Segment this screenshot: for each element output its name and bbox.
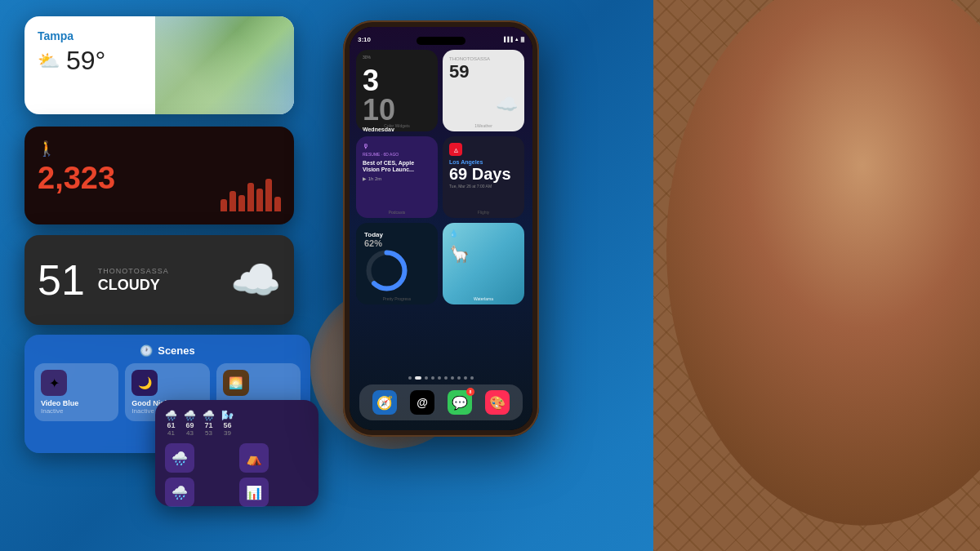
purple-btn-3[interactable]: 🌧️ (165, 478, 194, 507)
forecast-col-2: 🌧️ 69 43 (184, 410, 196, 437)
progress-app-label: Pretty Progress (356, 296, 438, 301)
forecast-hi-2: 69 (185, 421, 194, 429)
steps-bar-1 (220, 199, 227, 211)
tampa-temp-row: ⛅ 59° (38, 46, 142, 76)
purple-btn-2[interactable]: ⛺ (239, 443, 269, 473)
scenes-header-icon: 🕐 (140, 344, 153, 357)
cloudy-icon: ☁️ (230, 256, 281, 304)
steps-bar-4 (247, 183, 254, 211)
forecast-hi-3: 71 (204, 421, 212, 429)
podcasts-duration: ▶ 1h 2m (363, 176, 431, 181)
tampa-weather-icon: ⛅ (38, 51, 60, 72)
forecast-icon-3: 🌧️ (203, 410, 215, 421)
phone-widget-datetime[interactable]: 30% 3 10 Wednesday JANUARY 17 Color Widg… (356, 50, 438, 131)
battery-icon: ▓ (521, 37, 524, 42)
forecast-col-3: 🌧️ 71 53 (203, 410, 215, 437)
dot-2 (415, 376, 421, 380)
forecast-col-1: 🌧️ 61 41 (165, 410, 177, 437)
dot-7 (451, 376, 454, 380)
datetime-app-label: Color Widgets (356, 123, 438, 128)
steps-bar-3 (238, 195, 245, 211)
phone-notch (416, 37, 466, 45)
dot-1 (408, 376, 412, 380)
messages-icon: 💬 (452, 395, 468, 411)
flighty-app-label: Flighty (443, 210, 524, 215)
forecast-hi-4: 56 (223, 421, 231, 429)
weather-temp: 59 (449, 61, 518, 82)
forecast-temps-row: 🌧️ 61 41 🌧️ 69 43 🌧️ 71 53 🌬️ 56 39 (165, 410, 309, 437)
dot-4 (431, 376, 434, 380)
progress-pct: 62% (364, 238, 382, 248)
purple-icon-4: 📊 (246, 485, 262, 500)
phone-time: 3:10 (358, 36, 371, 43)
signal-icon: ▐▐▐ (502, 37, 513, 42)
steps-bar-5 (256, 189, 263, 211)
waterlama-llama: 🦙 (449, 244, 518, 264)
dock-palette[interactable]: 🎨 (485, 390, 510, 415)
flighty-city: Los Angeles (449, 159, 518, 165)
progress-title: Today (364, 231, 383, 238)
scene-good-morning-icon-bg: 🌅 (223, 370, 249, 396)
phone-widget-progress[interactable]: Today 62% Pretty Progress (356, 223, 438, 304)
scene-good-night-icon: 🌙 (138, 376, 152, 389)
purple-btn-1[interactable]: 🌧️ (165, 443, 194, 473)
phone-widget-row-3: Today 62% Pretty Progress 💧 🦙 Waterlama (356, 223, 526, 304)
purple-icon-grid: 🌧️ ⛺ 🌧️ 📊 (165, 443, 309, 507)
purple-icon-3: 🌧️ (172, 485, 188, 500)
podcasts-icon: 🎙 (363, 143, 431, 150)
datetime-battery: 30% (363, 55, 371, 60)
podcasts-badge: RESUME · 6D AGO (363, 152, 431, 157)
weather-cloud-icon: ☁️ (496, 94, 518, 115)
messages-badge: 8 (466, 388, 474, 396)
phone: 3:10 ▐▐▐ ▲ ▓ 30% 3 10 Wednesday JANUARY … (343, 20, 539, 437)
phone-widget-waterlama[interactable]: 💧 🦙 Waterlama (443, 223, 524, 304)
dock-threads[interactable]: @ (410, 390, 434, 415)
dot-3 (425, 376, 428, 380)
progress-circle (364, 248, 409, 293)
card-tampa-weather: Tampa ⛅ 59° (24, 16, 294, 114)
datetime-day: 3 (363, 66, 431, 96)
purple-btn-4[interactable]: 📊 (239, 478, 269, 507)
forecast-col-4: 🌬️ 56 39 (221, 410, 234, 437)
scene-video-blue-icon-bg: ✦ (41, 370, 67, 396)
forecast-icon-4: 🌬️ (221, 410, 234, 421)
card-purple-weather: 🌧️ 61 41 🌧️ 69 43 🌧️ 71 53 🌬️ 56 39 🌧️ ⛺… (155, 400, 318, 506)
forecast-lo-3: 53 (205, 429, 212, 437)
scene-video-blue-status: Inactive (41, 407, 64, 415)
phone-widget-podcasts[interactable]: 🎙 RESUME · 6D AGO Best of CES, Apple Vis… (356, 136, 438, 218)
tampa-temp: 59° (66, 46, 105, 76)
wifi-icon: ▲ (514, 37, 519, 42)
scene-good-night-icon-bg: 🌙 (131, 370, 158, 396)
forecast-lo-4: 39 (224, 429, 231, 437)
phone-widget-row-2: 🎙 RESUME · 6D AGO Best of CES, Apple Vis… (356, 136, 526, 218)
tampa-info: Tampa ⛅ 59° (24, 16, 155, 114)
phone-widgets-area: 30% 3 10 Wednesday JANUARY 17 Color Widg… (356, 50, 526, 309)
tampa-map (155, 16, 294, 114)
scene-good-morning-icon: 🌅 (229, 376, 243, 389)
phone-status-icons: ▐▐▐ ▲ ▓ (502, 37, 524, 42)
cloudy-info: THONOTOSASSA CLOUDY (98, 267, 230, 294)
airline-logo: △ (449, 143, 462, 156)
scene-video-blue-name: Video Blue (41, 399, 78, 407)
steps-bar-6 (265, 179, 272, 211)
dot-8 (457, 376, 461, 380)
phone-widget-flighty[interactable]: △ Los Angeles 69 Days Tue, Mar 26 at 7:0… (443, 136, 524, 218)
cloudy-location: THONOTOSASSA (98, 267, 230, 275)
purple-icon-2: ⛺ (246, 451, 262, 466)
scene-item-video-blue[interactable]: ✦ Video Blue Inactive (34, 363, 118, 421)
weather-app-label: 1Weather (443, 123, 524, 128)
threads-icon: @ (416, 396, 428, 409)
scene-video-blue-icon: ✦ (49, 375, 60, 391)
purple-icon-1: 🌧️ (172, 451, 188, 466)
dock-safari[interactable]: 🧭 (372, 390, 397, 415)
dot-6 (444, 376, 448, 380)
card-cloudy-weather: 51 THONOTOSASSA CLOUDY ☁️ (24, 235, 294, 325)
datetime-month: 10 (363, 96, 431, 125)
forecast-hi-1: 61 (167, 421, 175, 429)
dock-messages[interactable]: 💬 8 (448, 390, 472, 415)
flighty-date: Tue, Mar 26 at 7:00 AM (449, 184, 518, 189)
phone-widget-weather[interactable]: THONOTOSASSA 59 ☁️ 1Weather (443, 50, 524, 131)
forecast-lo-2: 43 (186, 429, 194, 437)
phone-screen: 3:10 ▐▐▐ ▲ ▓ 30% 3 10 Wednesday JANUARY … (350, 27, 532, 430)
dot-5 (438, 376, 441, 380)
